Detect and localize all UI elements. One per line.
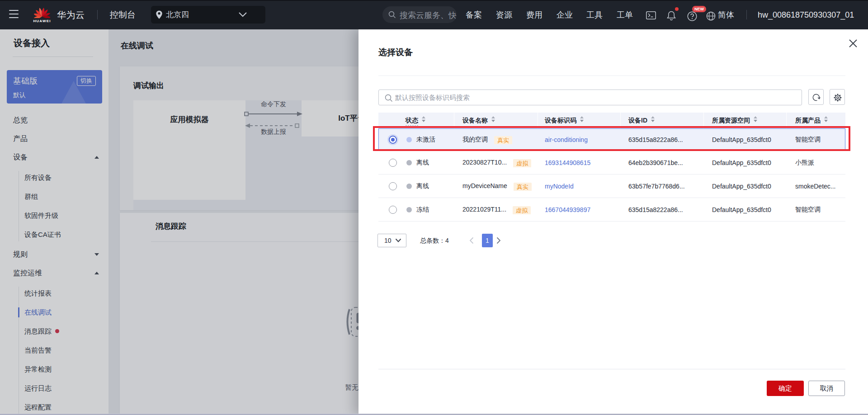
topbar-menu-billing[interactable]: 费用 <box>526 10 542 20</box>
modal-footer-divider <box>378 369 845 369</box>
status-text: 离线 <box>416 182 429 190</box>
total-count: 总条数：4 <box>420 237 449 245</box>
device-name-text: 20230827T10... <box>462 159 507 166</box>
col-header-resource-space[interactable]: 所属资源空间 <box>704 113 787 128</box>
col-header-status[interactable]: 状态 <box>378 113 454 128</box>
brand-name[interactable]: 华为云 <box>57 9 85 21</box>
col-label: 设备名称 <box>462 116 488 125</box>
notifications-bell-icon[interactable] <box>666 11 676 20</box>
status-text: 离线 <box>416 159 429 167</box>
radio-unselected[interactable] <box>389 206 397 214</box>
product-text: 智能空调 <box>795 206 821 213</box>
product-text: 智能空调 <box>795 136 821 143</box>
topbar-search-input[interactable]: 搜索云服务、快捷入口 <box>382 6 457 23</box>
col-label: 设备ID <box>628 116 647 125</box>
col-label: 所属资源空间 <box>712 116 750 125</box>
resource-space-text: DefaultApp_635dfct0 <box>712 159 771 166</box>
account-name[interactable]: hw_008618750930307_01 <box>758 10 854 20</box>
device-table: 状态 设备名称 设备标识码 设备ID 所属资源空间 所属产品 未激活 我的空调真… <box>378 113 845 222</box>
sort-icon[interactable] <box>824 116 828 122</box>
page-size-select[interactable]: 10 <box>377 234 406 247</box>
prev-page-icon[interactable] <box>469 237 474 244</box>
huawei-logo-caption: HUAWEI <box>31 19 53 23</box>
huawei-cloud-console: 在线调试 调试输出 应用模拟器 IoT平台 命令下发 数据上报 消息跟踪 <box>0 0 868 415</box>
cloudshell-terminal-icon[interactable] <box>646 11 656 19</box>
topbar-menu-enterprise[interactable]: 企业 <box>557 10 573 20</box>
refresh-icon <box>812 93 821 102</box>
hamburger-menu-icon[interactable] <box>9 10 19 19</box>
language-switch[interactable]: 简体 <box>718 10 734 20</box>
sort-icon[interactable] <box>422 116 425 122</box>
sort-icon[interactable] <box>580 116 584 122</box>
location-pin-icon <box>156 10 163 19</box>
cancel-button[interactable]: 取消 <box>808 381 845 396</box>
sort-icon[interactable] <box>651 116 655 122</box>
help-icon[interactable] <box>687 11 697 21</box>
chevron-down-icon <box>238 12 247 18</box>
node-id-link[interactable]: myNodeId <box>545 183 574 190</box>
device-type-tag: 真实 <box>514 183 532 191</box>
col-header-product[interactable]: 所属产品 <box>787 113 845 128</box>
table-header: 状态 设备名称 设备标识码 设备ID 所属资源空间 所属产品 <box>378 113 845 128</box>
device-id-text: 64eb2b390671be... <box>628 159 683 166</box>
sort-icon[interactable] <box>754 116 757 122</box>
topbar-menu-tickets[interactable]: 工单 <box>617 10 633 20</box>
region-label: 北京四 <box>166 9 189 20</box>
col-header-device-name[interactable]: 设备名称 <box>454 113 538 128</box>
total-count-label: 总条数： <box>420 237 445 244</box>
status-dot <box>406 184 412 189</box>
notification-badge-dot <box>675 7 679 11</box>
sort-icon[interactable] <box>491 116 495 122</box>
modal-backdrop[interactable] <box>0 29 359 415</box>
chevron-down-icon <box>395 238 401 243</box>
status-text: 冻结 <box>416 206 429 214</box>
current-page-button[interactable]: 1 <box>482 234 493 247</box>
status-dot <box>406 137 412 142</box>
table-row[interactable]: 冻结 20221029T11...虚拟 1667044939897 635d15… <box>378 198 845 222</box>
node-id-link[interactable]: air-conditioning <box>545 136 588 143</box>
table-row[interactable]: 离线 myDeviceName真实 myNodeId 63b57fe7b7768… <box>378 174 845 198</box>
resource-space-text: DefaultApp_635dfct0 <box>712 136 771 143</box>
status-dot <box>406 160 412 165</box>
table-row[interactable]: 离线 20230827T10...虚拟 1693144908615 64eb2b… <box>378 151 845 174</box>
topbar-divider <box>97 10 98 19</box>
search-icon <box>385 94 393 102</box>
radio-unselected[interactable] <box>389 159 397 167</box>
topbar-divider <box>746 10 747 19</box>
device-type-tag: 真实 <box>494 136 512 144</box>
page-size-value: 10 <box>384 237 392 244</box>
device-name-text: 我的空调 <box>462 136 488 143</box>
next-page-icon[interactable] <box>496 237 501 244</box>
col-label: 设备标识码 <box>545 116 576 125</box>
resource-space-text: DefaultApp_635dfct0 <box>712 183 771 190</box>
modal-title: 选择设备 <box>378 47 413 58</box>
search-icon <box>388 11 396 19</box>
huawei-logo[interactable]: HUAWEI <box>33 5 51 24</box>
topbar-menu-resources[interactable]: 资源 <box>496 10 512 20</box>
close-icon[interactable] <box>849 39 858 48</box>
node-id-link[interactable]: 1693144908615 <box>545 159 590 166</box>
resource-space-text: DefaultApp_635dfct0 <box>712 206 771 213</box>
console-link[interactable]: 控制台 <box>110 10 136 20</box>
topbar-menu-beian[interactable]: 备案 <box>466 10 482 20</box>
globe-language-icon[interactable] <box>706 11 716 21</box>
device-search-input[interactable]: 默认按照设备标识码搜索 <box>378 90 802 105</box>
device-type-tag: 虚拟 <box>513 206 531 214</box>
region-selector[interactable]: 北京四 <box>151 6 265 24</box>
device-id-text: 63b57fe7b7768d6... <box>628 183 685 190</box>
confirm-button[interactable]: 确定 <box>767 381 804 396</box>
radio-selected[interactable] <box>389 136 397 144</box>
refresh-button[interactable] <box>808 89 824 105</box>
column-settings-button[interactable] <box>830 89 845 105</box>
device-type-tag: 虚拟 <box>513 159 531 167</box>
device-search-placeholder: 默认按照设备标识码搜索 <box>395 94 470 102</box>
radio-unselected[interactable] <box>389 182 397 190</box>
topbar-menu-tools[interactable]: 工具 <box>586 10 603 20</box>
col-header-node-id[interactable]: 设备标识码 <box>538 113 621 128</box>
col-label: 状态 <box>406 116 418 126</box>
device-id-text: 635d15a8222a86... <box>628 136 683 143</box>
node-id-link[interactable]: 1667044939897 <box>545 206 590 213</box>
gear-icon <box>833 93 842 102</box>
table-row[interactable]: 未激活 我的空调真实 air-conditioning 635d15a8222a… <box>378 128 845 151</box>
col-header-device-id[interactable]: 设备ID <box>621 113 704 128</box>
